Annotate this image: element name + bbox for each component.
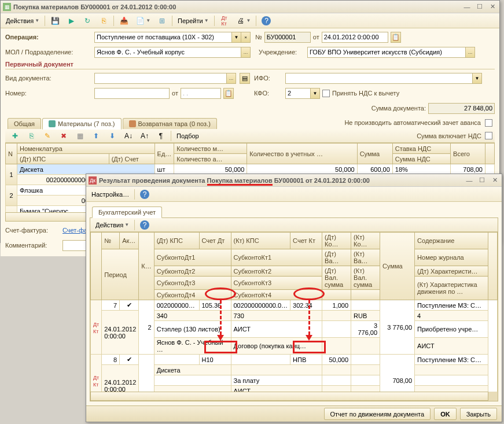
h-scrollbar[interactable] [90, 392, 488, 401]
v-scrollbar[interactable] [488, 300, 498, 392]
create-icon: 📄 [135, 16, 145, 25]
ellipsis-icon[interactable]: … [226, 73, 236, 83]
window-title: Результат проведения документа Покупка м… [99, 177, 465, 184]
sub-footer: Отчет по движениям документа OK Закрыть [86, 405, 502, 422]
tb-print[interactable]: 🖨▼ [233, 15, 254, 27]
tab-tare[interactable]: Возвратная тара (0 поз.) [123, 118, 217, 129]
actions-menu[interactable]: Действия▼ [3, 15, 42, 27]
date-field[interactable]: 24.01.2012 0:00:00 [322, 32, 388, 43]
maximize-button[interactable]: ☐ [475, 2, 484, 12]
up-icon: ⬆ [91, 131, 101, 141]
tb-help[interactable]: ? [259, 15, 274, 27]
podbor-button[interactable]: Подбор [174, 130, 202, 142]
dropdown-icon[interactable]: ▼ [231, 32, 241, 42]
grid-toolbar: ✚ ⎘ ✎ ✖ ▦ ⬆ ⬇ A↓ A↑ ¶ Подбор Сумма включ… [5, 129, 495, 143]
tb-repost[interactable]: ↻ [80, 15, 95, 27]
ellipsis-icon[interactable]: … [465, 47, 474, 57]
row-clear[interactable]: ▦ [72, 130, 87, 142]
ifo-select[interactable]: ▼ [285, 73, 482, 84]
number-field[interactable]: БУ000001 [264, 32, 311, 43]
list-icon[interactable]: ▤ [240, 73, 250, 84]
operation-label: Операция: [5, 34, 92, 40]
refresh-icon: ↻ [83, 16, 92, 25]
row-sort-desc[interactable]: A↑ [137, 130, 152, 142]
tb-dk[interactable]: ДтКт [217, 15, 232, 27]
grid-row[interactable]: ДтКт 7✔2 002000000…105.36 002000000000.0… [91, 300, 498, 311]
section-primary-doc: Первичный документ [5, 61, 495, 69]
tab-materials[interactable]: Материалы (7 поз.) [42, 118, 122, 130]
settings-button[interactable]: Настройка… [89, 189, 132, 200]
docdate-field[interactable]: . . [181, 88, 221, 99]
doctype-select[interactable]: … [94, 73, 236, 84]
result-icon: Дк [89, 176, 97, 185]
tb-save[interactable]: 💾 [47, 15, 62, 27]
print-icon: 🖨 [236, 16, 245, 25]
calendar-icon[interactable]: 📋 [223, 88, 234, 99]
row-add[interactable]: ✚ [8, 130, 23, 142]
row-filter[interactable]: ¶ [153, 130, 168, 142]
tb-post-forward[interactable]: ▶ [64, 15, 79, 27]
basis-icon: 📥 [119, 16, 128, 25]
org-select[interactable]: ГОБУ ВПО Университет искусств (Субсидия)… [307, 47, 475, 58]
close-button[interactable]: ✕ [490, 176, 499, 185]
row-delete[interactable]: ✖ [56, 130, 71, 142]
sort-desc-icon: A↑ [140, 131, 149, 141]
dk-icon: ДтКт [93, 375, 99, 388]
tb-create[interactable]: 📄▼ [133, 15, 153, 27]
ellipsis-icon[interactable]: … [241, 47, 250, 57]
docnum-field[interactable] [94, 88, 170, 99]
maximize-button[interactable]: ☐ [477, 176, 487, 185]
titlebar[interactable]: ▦ Покупка материалов БУ000001 от 24.01.2… [1, 1, 499, 13]
actions-menu[interactable]: Действия▼ [93, 219, 132, 231]
row-down[interactable]: ⬇ [105, 130, 120, 142]
tab-accounting[interactable]: Бухгалтерский учет [92, 207, 162, 218]
ifo-label: ИФО: [254, 75, 283, 82]
copy-icon: ⎘ [99, 16, 108, 25]
sum-incl-vat-label: Сумма включает НДС [417, 132, 481, 139]
row-sort-asc[interactable]: A↓ [121, 130, 136, 142]
row-copy[interactable]: ⎘ [24, 130, 39, 142]
grid-row[interactable]: 1 Дискета шт 50,000 50,000 600,00 18% 70… [6, 164, 495, 175]
org-label: Учреждение: [259, 49, 305, 56]
window-title: Покупка материалов БУ000001 от 24.01.201… [13, 3, 462, 10]
dropdown-icon[interactable]: ▼ [310, 89, 319, 98]
goto-menu[interactable]: Перейти▼ [175, 15, 212, 27]
docnum-label: Номер: [5, 90, 92, 97]
sort-asc-icon: A↓ [124, 131, 133, 141]
no-auto-offset-checkbox[interactable] [485, 119, 492, 127]
sum-incl-vat-checkbox[interactable] [485, 132, 492, 139]
down-icon: ⬇ [108, 131, 117, 141]
minimize-button[interactable]: — [462, 2, 472, 12]
invoice-label: Счет-фактура: [5, 227, 60, 234]
tb-basis[interactable]: 📥 [116, 15, 131, 27]
calendar-icon[interactable]: 📋 [391, 32, 401, 43]
no-auto-offset-label: Не производить автоматический зачет аван… [344, 119, 481, 126]
tb-help[interactable]: ? [137, 219, 152, 231]
kfo-select[interactable]: 2▼ [285, 88, 320, 99]
tb-struct[interactable]: ⊞ [154, 15, 170, 27]
row-up[interactable]: ⬆ [89, 130, 104, 142]
close-button[interactable]: ✕ [488, 2, 497, 12]
grid-row[interactable]: ДтКт 8✔ Н10 НПВ 50,000 708,00Поступление… [91, 355, 498, 365]
number-label: № [255, 34, 262, 40]
tb-copy[interactable]: ⎘ [96, 15, 111, 27]
titlebar[interactable]: Дк Результат проведения документа Покупк… [86, 174, 502, 187]
help-icon: ? [140, 190, 149, 199]
help-icon: ? [262, 16, 271, 25]
main-toolbar: Действия▼ 💾 ▶ ↻ ⎘ 📥 📄▼ ⊞ Перейти▼ ДтКт 🖨… [1, 13, 499, 28]
row-edit[interactable]: ✎ [40, 130, 55, 142]
accounting-grid[interactable]: №Ак…К… (Дт) КПССчет Дт (Кт) КПССчет Кт (… [90, 232, 498, 392]
ok-button[interactable]: OK [434, 408, 457, 420]
report-button[interactable]: Отчет по движениям документа [324, 408, 431, 420]
vat-checkbox[interactable] [322, 90, 330, 97]
dropdown-icon[interactable]: ▼ [472, 73, 481, 83]
tab-general[interactable]: Общая [8, 118, 41, 129]
close-button[interactable]: Закрыть [460, 408, 497, 420]
tb-help[interactable]: ? [137, 189, 152, 200]
minimize-button[interactable]: — [465, 176, 474, 185]
struct-icon: ⊞ [157, 16, 167, 25]
mol-select[interactable]: Яснов Ф. С. - Учебный корпус … [94, 47, 251, 58]
clear-icon[interactable]: × [241, 32, 250, 42]
clear-all-icon: ▦ [75, 131, 84, 141]
operation-select[interactable]: Поступление от поставщика (10Х - 302) ▼ … [94, 32, 251, 43]
